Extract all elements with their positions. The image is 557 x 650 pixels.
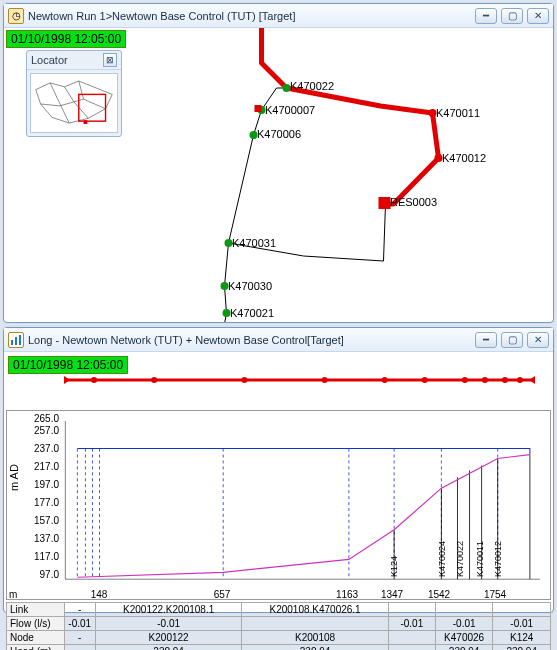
x-tick: 1347 [381, 589, 403, 600]
svg-rect-13 [11, 340, 13, 345]
svg-point-23 [422, 377, 428, 383]
close-button[interactable]: ✕ [527, 8, 549, 24]
svg-rect-9 [255, 105, 262, 112]
minimize-icon: ━ [483, 334, 489, 345]
profile-table: Link - K200122.K200108.1 K200108.K470026… [6, 602, 551, 650]
node-label: K470006 [257, 128, 301, 140]
map-window: ◷ Newtown Run 1>Newtown Base Control (TU… [3, 3, 554, 323]
map-pane[interactable]: 01/10/1998 12:05:00 Locator ⊠ [4, 28, 553, 322]
svg-rect-15 [19, 335, 21, 345]
node-label: K470011 [436, 107, 480, 119]
chart-window: Long - Newtown Network (TUT) + Newtown B… [3, 327, 554, 613]
node-label: K470012 [442, 152, 486, 164]
node-label: K470030 [228, 280, 272, 292]
node-label: K470022 [290, 80, 334, 92]
svg-marker-17 [64, 376, 70, 384]
overview-strip[interactable] [64, 374, 535, 386]
chart-icon [8, 332, 24, 348]
close-icon: ✕ [534, 10, 542, 21]
maximize-button[interactable]: ▢ [501, 332, 523, 348]
locator-title: Locator [31, 54, 68, 66]
table-row: Flow (l/s) -0.01 -0.01 -0.01 -0.01 -0.01 [7, 617, 551, 631]
table-row: Node - K200122 K200108 K470026 K124 [7, 631, 551, 645]
minimize-button[interactable]: ━ [475, 8, 497, 24]
close-button[interactable]: ✕ [527, 332, 549, 348]
svg-marker-28 [529, 376, 535, 384]
locator-close-button[interactable]: ⊠ [103, 53, 117, 67]
node-label: K470031 [232, 237, 276, 249]
window-title: Newtown Run 1>Newtown Base Control (TUT)… [28, 10, 475, 22]
locator-panel[interactable]: Locator ⊠ [26, 50, 122, 137]
svg-rect-1 [84, 120, 88, 124]
x-tick: 1163 [336, 589, 358, 600]
svg-point-26 [502, 377, 508, 383]
row-header: Head (m) [7, 645, 65, 651]
svg-point-24 [462, 377, 468, 383]
svg-rect-12 [379, 197, 391, 209]
app-icon: ◷ [8, 8, 24, 24]
svg-point-19 [151, 377, 157, 383]
titlebar[interactable]: ◷ Newtown Run 1>Newtown Base Control (TU… [4, 4, 553, 28]
timestamp-badge: 01/10/1998 12:05:00 [8, 356, 128, 374]
maximize-button[interactable]: ▢ [501, 8, 523, 24]
node-label: K470021 [230, 307, 274, 319]
svg-point-18 [91, 377, 97, 383]
drop-label: K470024 [437, 541, 447, 577]
locator-minimap[interactable] [30, 73, 118, 133]
svg-rect-0 [79, 94, 106, 121]
drop-label: K470022 [455, 541, 465, 577]
x-axis-unit: m [9, 589, 17, 600]
x-tick: 1542 [428, 589, 450, 600]
minimize-button[interactable]: ━ [475, 332, 497, 348]
x-tick: 148 [91, 589, 108, 600]
svg-point-21 [322, 377, 328, 383]
minimize-icon: ━ [483, 10, 489, 21]
node-label: K4700007 [265, 104, 315, 116]
chart-pane[interactable]: 01/10/1998 12:05:00 m AD 265.0 257.0 [4, 352, 553, 612]
svg-point-20 [241, 377, 247, 383]
table-row: Link - K200122.K200108.1 K200108.K470026… [7, 603, 551, 617]
profile-chart[interactable]: m AD 265.0 257.0 237.0 217.0 197.0 177.0… [6, 410, 551, 600]
node-label: RES0003 [390, 196, 437, 208]
svg-point-27 [517, 377, 523, 383]
x-tick: 657 [214, 589, 231, 600]
svg-rect-14 [15, 337, 17, 345]
drop-label: K470012 [493, 541, 503, 577]
drop-label: K470011 [475, 541, 485, 577]
maximize-icon: ▢ [508, 334, 517, 345]
drop-label: K124 [389, 556, 399, 577]
row-header: Flow (l/s) [7, 617, 65, 631]
svg-point-25 [482, 377, 488, 383]
svg-point-22 [382, 377, 388, 383]
x-tick: 1754 [484, 589, 506, 600]
table-row: Head (m) - 230.94 230.94 230.94 230.94 [7, 645, 551, 651]
maximize-icon: ▢ [508, 10, 517, 21]
row-header: Node [7, 631, 65, 645]
titlebar[interactable]: Long - Newtown Network (TUT) + Newtown B… [4, 328, 553, 352]
row-header: Link [7, 603, 65, 617]
window-title: Long - Newtown Network (TUT) + Newtown B… [28, 334, 475, 346]
close-icon: ✕ [534, 334, 542, 345]
